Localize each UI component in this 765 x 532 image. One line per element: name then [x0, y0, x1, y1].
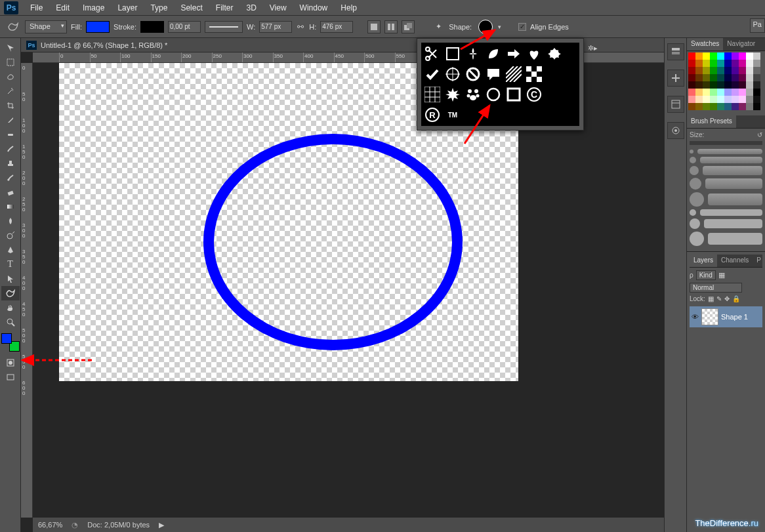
swatch-cell[interactable]	[753, 67, 760, 74]
swatch-cell[interactable]	[746, 52, 753, 60]
zoom-level[interactable]: 66,67%	[38, 521, 62, 529]
swatch-cell[interactable]	[746, 60, 753, 67]
canvas-viewport[interactable]	[33, 63, 664, 518]
shape-option-scissors[interactable]	[423, 44, 442, 64]
shape-option-splat[interactable]	[545, 44, 564, 64]
swatch-cell[interactable]	[717, 96, 724, 103]
stamp-tool[interactable]	[1, 156, 20, 171]
history-brush-tool[interactable]	[1, 171, 20, 185]
swatch-cell[interactable]	[695, 52, 703, 60]
swatch-cell[interactable]	[753, 96, 760, 103]
swatch-cell[interactable]	[703, 67, 710, 74]
lasso-tool[interactable]	[1, 70, 20, 84]
brush-preset-8[interactable]	[690, 232, 762, 246]
blend-mode-select[interactable]: Normal	[690, 283, 742, 293]
swatch-cell[interactable]	[688, 89, 695, 96]
dodge-tool[interactable]	[1, 228, 20, 243]
swatch-cell[interactable]	[695, 89, 703, 96]
eraser-tool[interactable]	[1, 185, 20, 199]
shape-1-blue-ring[interactable]	[203, 134, 463, 350]
fill-swatch[interactable]	[86, 21, 110, 33]
brush-presets-tab[interactable]: Brush Presets	[687, 115, 736, 128]
path-select-tool[interactable]	[1, 272, 20, 286]
swatch-cell[interactable]	[746, 81, 753, 89]
swatch-cell[interactable]	[717, 81, 724, 89]
geometry-gear-icon[interactable]: ✦	[432, 20, 445, 33]
swatch-cell[interactable]	[724, 103, 732, 110]
brush-reset-icon[interactable]: ↺	[757, 131, 762, 138]
brush-preset-4[interactable]	[690, 178, 762, 190]
path-op-combine[interactable]	[367, 20, 381, 33]
status-play-icon[interactable]: ▶	[159, 521, 164, 529]
swatch-cell[interactable]	[746, 89, 753, 96]
swatch-cell[interactable]	[703, 96, 710, 103]
swatch-cell[interactable]	[724, 52, 732, 60]
stroke-width-input[interactable]	[168, 21, 201, 33]
swatch-cell[interactable]	[710, 67, 717, 74]
swatch-cell[interactable]	[739, 103, 746, 110]
swatch-cell[interactable]	[710, 81, 717, 89]
shape-option-heart[interactable]	[524, 44, 544, 64]
swatch-cell[interactable]	[732, 103, 739, 110]
swatch-cell[interactable]	[695, 74, 703, 81]
layer-visibility-icon[interactable]: 👁	[692, 313, 699, 321]
quick-mask-toggle[interactable]	[1, 356, 20, 370]
layer-thumbnail[interactable]	[701, 308, 718, 325]
swatch-cell[interactable]	[732, 89, 739, 96]
hand-tool[interactable]	[1, 300, 20, 315]
path-align[interactable]	[384, 20, 398, 33]
swatch-cell[interactable]	[703, 52, 710, 60]
swatch-cell[interactable]	[753, 60, 760, 67]
swatch-cell[interactable]	[739, 52, 746, 60]
shape-option-check[interactable]	[423, 64, 442, 84]
swatch-cell[interactable]	[695, 96, 703, 103]
shape-option-registered[interactable]: R	[423, 105, 442, 125]
swatches-tab[interactable]: Swatches	[687, 38, 723, 51]
pen-tool[interactable]	[1, 243, 20, 257]
swatch-cell[interactable]	[732, 81, 739, 89]
swatch-cell[interactable]	[688, 67, 695, 74]
blur-tool[interactable]	[1, 214, 20, 228]
swatch-cell[interactable]	[688, 60, 695, 67]
swatch-cell[interactable]	[753, 89, 760, 96]
swatch-cell[interactable]	[688, 74, 695, 81]
swatch-cell[interactable]	[739, 67, 746, 74]
swatch-cell[interactable]	[703, 60, 710, 67]
shape-option-speech[interactable]	[484, 64, 503, 84]
screen-mode-toggle[interactable]	[1, 370, 20, 384]
swatch-cell[interactable]	[732, 52, 739, 60]
menu-help[interactable]: Help	[334, 1, 363, 15]
brush-tool[interactable]	[1, 142, 20, 156]
paths-tab[interactable]: P	[753, 255, 765, 267]
swatch-cell[interactable]	[695, 67, 703, 74]
swatch-cell[interactable]	[688, 52, 695, 60]
swatch-cell[interactable]	[688, 81, 695, 89]
lock-all-icon[interactable]: 🔒	[732, 295, 740, 302]
shape-option-burst[interactable]	[443, 85, 463, 104]
menu-image[interactable]: Image	[76, 1, 111, 15]
width-input[interactable]	[259, 21, 292, 33]
menu-type[interactable]: Type	[144, 1, 174, 15]
healing-tool[interactable]	[1, 127, 20, 142]
swatch-cell[interactable]	[746, 96, 753, 103]
swatches-grid[interactable]	[687, 51, 765, 112]
layer-filter-kind[interactable]: Kind	[696, 270, 716, 280]
swatch-cell[interactable]	[717, 89, 724, 96]
custom-shape-picker[interactable]: CRTM ✲▸	[417, 38, 584, 131]
type-tool[interactable]: T	[1, 257, 20, 272]
swatch-cell[interactable]	[703, 74, 710, 81]
menu-view[interactable]: View	[263, 1, 293, 15]
menu-edit[interactable]: Edit	[49, 1, 76, 15]
move-tool[interactable]	[1, 41, 20, 55]
crop-tool[interactable]	[1, 98, 20, 113]
swatch-cell[interactable]	[732, 67, 739, 74]
brush-preset-6[interactable]	[690, 209, 762, 216]
swatch-cell[interactable]	[746, 74, 753, 81]
brush-preset-2[interactable]	[690, 157, 762, 163]
swatch-cell[interactable]	[724, 67, 732, 74]
dock-actions-icon[interactable]	[667, 70, 684, 87]
swatch-cell[interactable]	[724, 81, 732, 89]
brush-preset-7[interactable]	[690, 218, 762, 229]
swatch-cell[interactable]	[688, 103, 695, 110]
swatch-cell[interactable]	[703, 81, 710, 89]
